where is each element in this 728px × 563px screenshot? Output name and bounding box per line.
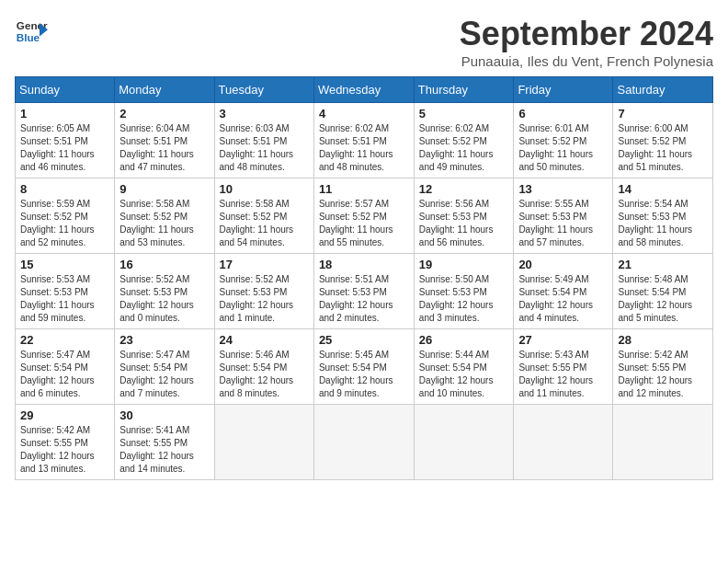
day-detail: Sunrise: 5:48 AM Sunset: 5:54 PM Dayligh…: [618, 273, 708, 325]
day-number: 22: [20, 333, 109, 347]
day-detail: Sunrise: 6:00 AM Sunset: 5:52 PM Dayligh…: [618, 122, 708, 174]
day-detail: Sunrise: 5:49 AM Sunset: 5:54 PM Dayligh…: [518, 273, 608, 325]
day-header-saturday: Saturday: [613, 77, 713, 103]
day-detail: Sunrise: 5:57 AM Sunset: 5:52 PM Dayligh…: [319, 198, 409, 249]
days-header-row: SundayMondayTuesdayWednesdayThursdayFrid…: [16, 77, 713, 103]
calendar-cell: [613, 405, 713, 480]
day-detail: Sunrise: 6:05 AM Sunset: 5:51 PM Dayligh…: [20, 122, 109, 174]
day-header-monday: Monday: [115, 77, 214, 103]
day-detail: Sunrise: 6:03 AM Sunset: 5:51 PM Dayligh…: [220, 122, 309, 174]
day-detail: Sunrise: 5:43 AM Sunset: 5:55 PM Dayligh…: [518, 349, 608, 400]
day-number: 1: [20, 107, 109, 121]
svg-text:Blue: Blue: [17, 31, 40, 43]
calendar-cell: 13Sunrise: 5:55 AM Sunset: 5:53 PM Dayli…: [514, 178, 613, 254]
calendar-cell: 17Sunrise: 5:52 AM Sunset: 5:53 PM Dayli…: [214, 254, 313, 329]
day-number: 6: [518, 107, 608, 121]
calendar-cell: 27Sunrise: 5:43 AM Sunset: 5:55 PM Dayli…: [514, 329, 613, 405]
calendar-title: September 2024: [460, 15, 713, 53]
calendar-cell: [313, 405, 414, 480]
day-detail: Sunrise: 5:56 AM Sunset: 5:53 PM Dayligh…: [419, 198, 509, 249]
calendar-cell: 14Sunrise: 5:54 AM Sunset: 5:53 PM Dayli…: [613, 178, 713, 254]
day-header-friday: Friday: [514, 77, 613, 103]
day-detail: Sunrise: 5:44 AM Sunset: 5:54 PM Dayligh…: [419, 349, 509, 400]
day-number: 26: [419, 333, 509, 347]
day-detail: Sunrise: 5:58 AM Sunset: 5:52 PM Dayligh…: [119, 198, 209, 249]
logo: General Blue: [15, 15, 48, 48]
day-number: 11: [319, 182, 409, 196]
day-header-tuesday: Tuesday: [214, 77, 313, 103]
day-detail: Sunrise: 5:55 AM Sunset: 5:53 PM Dayligh…: [518, 198, 608, 249]
calendar-cell: 30Sunrise: 5:41 AM Sunset: 5:55 PM Dayli…: [115, 405, 214, 480]
week-row-5: 29Sunrise: 5:42 AM Sunset: 5:55 PM Dayli…: [16, 405, 713, 480]
day-header-wednesday: Wednesday: [313, 77, 414, 103]
calendar-cell: 15Sunrise: 5:53 AM Sunset: 5:53 PM Dayli…: [16, 254, 115, 329]
day-number: 27: [518, 333, 608, 347]
calendar-cell: 4Sunrise: 6:02 AM Sunset: 5:51 PM Daylig…: [313, 103, 414, 178]
day-number: 24: [220, 333, 309, 347]
calendar-cell: 16Sunrise: 5:52 AM Sunset: 5:53 PM Dayli…: [115, 254, 214, 329]
day-detail: Sunrise: 5:52 AM Sunset: 5:53 PM Dayligh…: [220, 273, 309, 325]
week-row-1: 1Sunrise: 6:05 AM Sunset: 5:51 PM Daylig…: [16, 103, 713, 178]
day-number: 4: [319, 107, 409, 121]
day-detail: Sunrise: 6:01 AM Sunset: 5:52 PM Dayligh…: [518, 122, 608, 174]
calendar-cell: 1Sunrise: 6:05 AM Sunset: 5:51 PM Daylig…: [16, 103, 115, 178]
day-number: 12: [419, 182, 509, 196]
calendar-cell: 10Sunrise: 5:58 AM Sunset: 5:52 PM Dayli…: [214, 178, 313, 254]
calendar-cell: 11Sunrise: 5:57 AM Sunset: 5:52 PM Dayli…: [313, 178, 414, 254]
day-number: 19: [419, 258, 509, 271]
day-number: 8: [20, 182, 109, 196]
title-area: September 2024 Punaauia, Iles du Vent, F…: [460, 15, 713, 69]
day-number: 5: [419, 107, 509, 121]
day-number: 2: [119, 107, 209, 121]
calendar-cell: 9Sunrise: 5:58 AM Sunset: 5:52 PM Daylig…: [115, 178, 214, 254]
calendar-cell: 8Sunrise: 5:59 AM Sunset: 5:52 PM Daylig…: [16, 178, 115, 254]
day-number: 21: [618, 258, 708, 271]
calendar-cell: 20Sunrise: 5:49 AM Sunset: 5:54 PM Dayli…: [514, 254, 613, 329]
day-number: 14: [618, 182, 708, 196]
calendar-cell: 7Sunrise: 6:00 AM Sunset: 5:52 PM Daylig…: [613, 103, 713, 178]
calendar-cell: [514, 405, 613, 480]
day-detail: Sunrise: 5:47 AM Sunset: 5:54 PM Dayligh…: [119, 349, 209, 400]
week-row-2: 8Sunrise: 5:59 AM Sunset: 5:52 PM Daylig…: [16, 178, 713, 254]
calendar-cell: 23Sunrise: 5:47 AM Sunset: 5:54 PM Dayli…: [115, 329, 214, 405]
day-detail: Sunrise: 5:53 AM Sunset: 5:53 PM Dayligh…: [20, 273, 109, 325]
calendar-cell: 21Sunrise: 5:48 AM Sunset: 5:54 PM Dayli…: [613, 254, 713, 329]
day-number: 29: [20, 408, 109, 422]
day-number: 10: [220, 182, 309, 196]
calendar-cell: 2Sunrise: 6:04 AM Sunset: 5:51 PM Daylig…: [115, 103, 214, 178]
day-detail: Sunrise: 6:04 AM Sunset: 5:51 PM Dayligh…: [119, 122, 209, 174]
day-number: 3: [220, 107, 309, 121]
day-detail: Sunrise: 5:42 AM Sunset: 5:55 PM Dayligh…: [20, 424, 109, 476]
day-number: 9: [119, 182, 209, 196]
day-header-thursday: Thursday: [414, 77, 514, 103]
calendar-cell: 24Sunrise: 5:46 AM Sunset: 5:54 PM Dayli…: [214, 329, 313, 405]
day-detail: Sunrise: 5:47 AM Sunset: 5:54 PM Dayligh…: [20, 349, 109, 400]
logo-icon: General Blue: [15, 15, 48, 48]
day-number: 13: [518, 182, 608, 196]
calendar-cell: 19Sunrise: 5:50 AM Sunset: 5:53 PM Dayli…: [414, 254, 514, 329]
day-detail: Sunrise: 5:51 AM Sunset: 5:53 PM Dayligh…: [319, 273, 409, 325]
day-number: 18: [319, 258, 409, 271]
day-detail: Sunrise: 5:50 AM Sunset: 5:53 PM Dayligh…: [419, 273, 509, 325]
day-detail: Sunrise: 5:41 AM Sunset: 5:55 PM Dayligh…: [119, 424, 209, 476]
week-row-4: 22Sunrise: 5:47 AM Sunset: 5:54 PM Dayli…: [16, 329, 713, 405]
day-number: 30: [119, 408, 209, 422]
calendar-cell: 6Sunrise: 6:01 AM Sunset: 5:52 PM Daylig…: [514, 103, 613, 178]
day-detail: Sunrise: 5:42 AM Sunset: 5:55 PM Dayligh…: [618, 349, 708, 400]
day-detail: Sunrise: 5:58 AM Sunset: 5:52 PM Dayligh…: [220, 198, 309, 249]
calendar-cell: 18Sunrise: 5:51 AM Sunset: 5:53 PM Dayli…: [313, 254, 414, 329]
calendar-cell: 22Sunrise: 5:47 AM Sunset: 5:54 PM Dayli…: [16, 329, 115, 405]
day-header-sunday: Sunday: [16, 77, 115, 103]
day-detail: Sunrise: 5:59 AM Sunset: 5:52 PM Dayligh…: [20, 198, 109, 249]
calendar-subtitle: Punaauia, Iles du Vent, French Polynesia: [460, 53, 713, 69]
calendar-table: SundayMondayTuesdayWednesdayThursdayFrid…: [15, 76, 713, 480]
calendar-cell: 25Sunrise: 5:45 AM Sunset: 5:54 PM Dayli…: [313, 329, 414, 405]
page-header: General Blue September 2024 Punaauia, Il…: [15, 15, 713, 69]
day-number: 17: [220, 258, 309, 271]
day-detail: Sunrise: 5:52 AM Sunset: 5:53 PM Dayligh…: [119, 273, 209, 325]
day-detail: Sunrise: 5:45 AM Sunset: 5:54 PM Dayligh…: [319, 349, 409, 400]
calendar-cell: 28Sunrise: 5:42 AM Sunset: 5:55 PM Dayli…: [613, 329, 713, 405]
day-detail: Sunrise: 5:46 AM Sunset: 5:54 PM Dayligh…: [220, 349, 309, 400]
week-row-3: 15Sunrise: 5:53 AM Sunset: 5:53 PM Dayli…: [16, 254, 713, 329]
calendar-cell: 5Sunrise: 6:02 AM Sunset: 5:52 PM Daylig…: [414, 103, 514, 178]
